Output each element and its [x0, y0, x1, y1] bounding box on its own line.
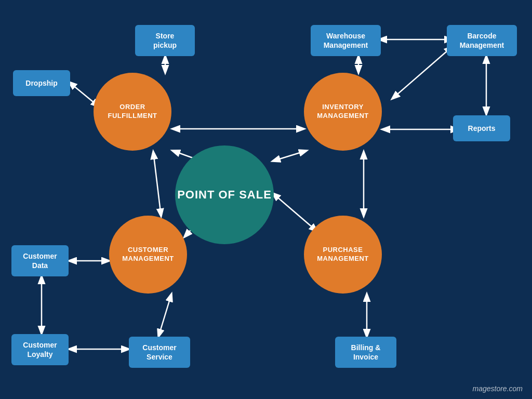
circle-purchase-management: PURCHASEMANAGEMENT: [304, 216, 382, 294]
svg-line-11: [273, 151, 307, 161]
circle-inventory-management: INVENTORYMANAGEMENT: [304, 73, 382, 151]
svg-line-17: [158, 294, 171, 337]
svg-line-9: [153, 152, 161, 216]
diagram-container: POINT OF SALE ORDERFULFILLMENT INVENTORY…: [0, 0, 532, 399]
box-customer-data: CustomerData: [11, 245, 69, 276]
box-dropship: Dropship: [13, 70, 70, 96]
box-warehouse-management: WarehouseManagement: [311, 25, 381, 56]
box-reports: Reports: [453, 115, 510, 141]
center-circle-point-of-sale: POINT OF SALE: [175, 145, 274, 244]
box-customer-service: CustomerService: [129, 337, 190, 368]
box-billing-invoice: Billing &Invoice: [335, 337, 396, 368]
svg-line-4: [392, 47, 452, 99]
box-barcode-management: BarcodeManagement: [447, 25, 517, 56]
circle-order-fulfillment: ORDERFULFILLMENT: [94, 73, 171, 151]
watermark: magestore.com: [473, 384, 523, 393]
svg-line-13: [273, 193, 317, 231]
circle-customer-management: CUSTOMERMANAGEMENT: [109, 216, 187, 294]
box-customer-loyalty: CustomerLoyalty: [11, 334, 69, 365]
box-store-pickup: Storepickup: [135, 25, 195, 56]
